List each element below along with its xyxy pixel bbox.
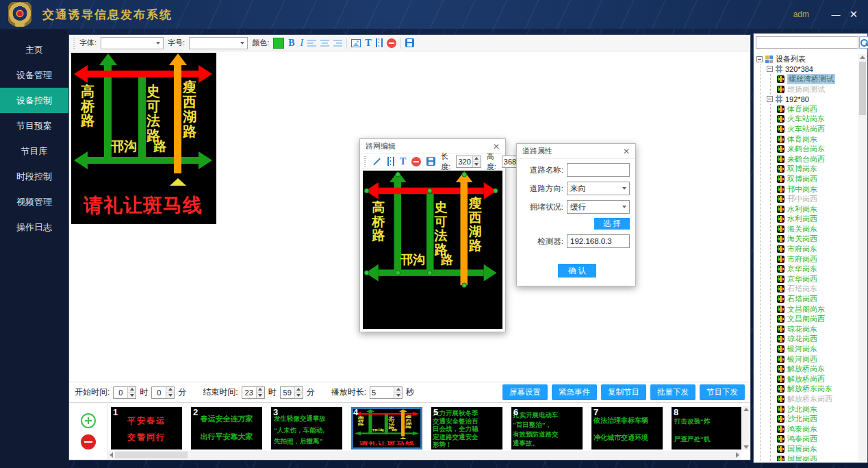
device-row[interactable]: 银河岗东 [777,344,857,354]
device-label[interactable]: 水利岗西 [787,214,817,224]
edit-handle[interactable] [461,282,467,288]
sidebar-item[interactable]: 节目预案 [0,113,68,138]
device-row[interactable]: 水利岗东 [777,204,857,214]
align-center-icon[interactable] [320,40,329,47]
device-row[interactable]: 鸿泰岗西 [777,434,857,445]
remove-program-icon[interactable] [81,434,96,449]
program-thumbnail[interactable]: 8打击改装“炸 严查严处“机 [672,407,741,449]
end-hour-spinner[interactable]: 23 [242,386,265,399]
device-label[interactable]: 解放桥岗东 [787,364,825,374]
start-hour-spinner[interactable]: 0 [113,386,136,399]
device-label[interactable]: 文昌阁岗东 [787,304,825,315]
minimize-icon[interactable]: — [828,10,843,20]
sidebar-item[interactable]: 主页 [0,37,68,62]
device-label[interactable]: 市府岗西 [787,254,817,264]
program-thumbnail[interactable]: 7依法治理非标车辆 净化城市交通环境 [591,407,663,449]
congestion-select[interactable]: 缓行 [567,200,630,214]
start-minute-spinner[interactable]: 0 [151,386,175,399]
dialog-titlebar[interactable]: 道路属性 ✕ [517,144,635,159]
sidebar-item[interactable]: 节目库 [0,138,68,164]
italic-icon[interactable]: I [301,38,304,49]
device-label[interactable]: 海关岗西 [787,234,817,244]
draw-line-icon[interactable] [372,157,382,167]
spin-down-icon[interactable] [295,393,303,398]
scroll-down-icon[interactable] [743,443,750,450]
road-tool-icon[interactable] [387,157,394,166]
panel-scrollbar[interactable] [858,54,867,461]
sidebar-item[interactable]: 时段控制 [0,164,68,189]
spin-down-icon[interactable] [394,393,402,398]
align-left-icon[interactable] [307,40,316,47]
device-row[interactable]: 银河岗西 [777,354,857,365]
sidebar-item[interactable]: 设备控制 [0,88,68,113]
device-row[interactable]: 海关岗东 [777,224,857,234]
device-label[interactable]: 沙北岗西 [787,414,817,424]
action-button[interactable]: 紧急事件 [552,384,597,400]
image-icon[interactable] [351,39,361,47]
detector-input[interactable]: 192.168.0.3 [567,234,630,248]
device-label[interactable]: 来鹤台岗东 [787,144,825,154]
action-button[interactable]: 屏幕设置 [502,384,548,400]
device-label[interactable]: 维扬岗测试 [787,84,825,95]
close-icon[interactable]: ✕ [623,147,630,156]
device-row[interactable]: 体育岗东 [777,134,857,145]
sidebar-item[interactable]: 设备管理 [0,62,68,88]
text-tool-icon[interactable]: T [365,38,371,49]
horizontal-scrollbar[interactable] [108,451,741,459]
close-icon[interactable]: ✕ [493,142,500,151]
device-row[interactable]: 维扬岗测试 [777,84,857,95]
tree-root-row[interactable]: 设备列表 [756,54,857,64]
device-row[interactable]: 琼花岗西 [777,334,857,345]
device-row[interactable]: 体育岗西 [777,104,857,114]
action-button[interactable]: 复制节目 [601,384,646,400]
device-row[interactable]: 火车站岗西 [777,124,857,134]
device-row[interactable]: 解放桥东岗东 [777,384,857,395]
spin-up-icon[interactable] [166,387,174,393]
device-label[interactable]: 解放桥东岗东 [787,384,832,394]
size-select[interactable] [189,37,248,49]
save-icon[interactable] [426,157,435,166]
spin-up-icon[interactable] [295,387,303,393]
road-network-icon[interactable] [376,38,383,47]
device-label[interactable]: 水利岗东 [787,204,817,214]
spin-up-icon[interactable] [128,387,136,393]
spin-up-icon[interactable] [394,387,402,393]
device-row[interactable]: 螺丝湾桥测试 [777,74,857,84]
device-label[interactable]: 银河岗西 [787,354,817,365]
color-swatch[interactable] [273,38,284,49]
device-label[interactable]: 石塔岗西 [787,294,817,304]
spin-up-icon[interactable] [473,156,481,162]
scrollbar-thumb[interactable] [115,452,188,458]
device-row[interactable]: 双博岗西 [777,174,857,184]
device-label[interactable]: 来鹤台岗西 [787,154,825,164]
device-label[interactable]: 文昌阁岗西 [787,314,825,324]
edit-handle[interactable] [461,172,467,177]
device-label[interactable]: 琼花岗西 [787,334,817,344]
device-label[interactable]: 沙北岗东 [787,404,817,415]
device-row[interactable]: 来鹤台岗东 [777,144,857,154]
device-row[interactable]: 文昌阁岗西 [777,314,857,324]
device-label[interactable]: 双博岗东 [787,164,817,174]
vertical-scrollbar[interactable] [742,406,750,450]
device-row[interactable]: 京华岗东 [777,264,857,274]
device-row[interactable]: 邗中岗东 [777,184,857,195]
device-label[interactable]: 石塔岗东 [787,284,817,294]
length-spinner[interactable]: 320 [456,156,481,168]
program-canvas[interactable]: 高桥路 史可法路 瘦西湖路 邗沟 路 请礼让斑马线 路网编辑 ✕ T [69,51,750,382]
delete-icon[interactable] [387,38,396,48]
edit-handle[interactable] [493,188,498,194]
tree-group-row[interactable]: 320*384 [767,64,857,75]
edit-handle[interactable] [396,270,401,275]
device-label[interactable]: 火车站岗西 [787,124,825,134]
program-thumbnail[interactable]: 3发生轻微交通事故 “人未伤，车能动, 先拍照，后撤离” [271,407,342,449]
device-label[interactable]: 体育岗东 [787,134,817,145]
program-thumbnail[interactable]: 2春运安全连万家 出行平安靠大家 [191,407,262,449]
sidebar-item[interactable]: 视频管理 [0,189,68,214]
device-label[interactable]: 螺丝湾桥测试 [787,74,835,84]
device-label[interactable]: 银河岗东 [787,344,817,354]
close-icon[interactable]: ✕ [846,8,861,21]
scroll-right-icon[interactable] [734,452,741,458]
delete-icon[interactable] [411,157,421,167]
search-button[interactable] [859,36,868,49]
device-label[interactable]: 琼花岗东 [787,324,817,334]
